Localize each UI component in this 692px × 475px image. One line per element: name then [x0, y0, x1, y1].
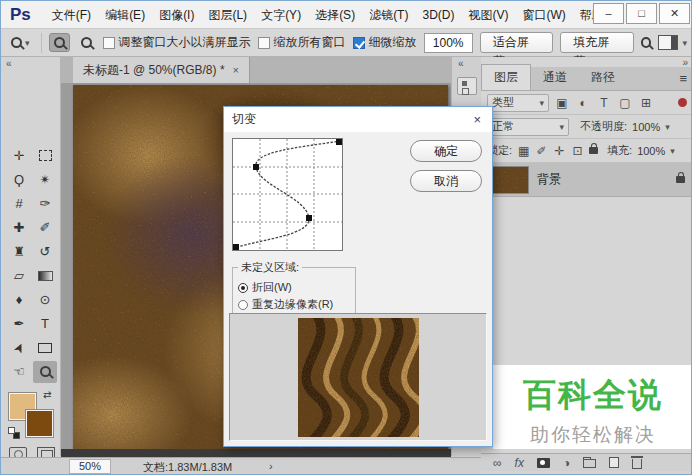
shape-tool[interactable] [33, 337, 57, 359]
collapse-tools-icon[interactable]: « [1, 57, 60, 69]
maximize-button[interactable]: □ [626, 3, 657, 24]
fill-screen-button[interactable]: 填充屏幕 [560, 32, 633, 53]
filter-kind-select[interactable]: 类型▾ [487, 94, 549, 112]
filter-toggle-icon[interactable] [678, 98, 687, 107]
minimize-button[interactable]: – [593, 3, 624, 24]
shear-curve-editor[interactable] [232, 138, 343, 251]
adjustment-layer-icon[interactable]: ◑ [563, 456, 570, 470]
filter-shape-icon[interactable]: ▢ [617, 96, 633, 110]
chevron-down-icon[interactable]: ▾ [665, 122, 670, 132]
lasso-tool[interactable]: Ϙ [7, 169, 31, 191]
menu-select[interactable]: 选择(S) [308, 1, 362, 29]
lock-position-icon[interactable]: ✛ [553, 144, 566, 158]
scrubby-zoom-option[interactable]: 细微缩放 [353, 34, 417, 51]
menu-filter[interactable]: 滤镜(T) [362, 1, 415, 29]
zoom-all-option[interactable]: 缩放所有窗口 [258, 34, 346, 51]
menu-type[interactable]: 文字(Y) [254, 1, 308, 29]
fill-value[interactable]: 100% [637, 145, 665, 157]
search-icon[interactable] [641, 37, 652, 48]
lock-pixels-icon[interactable]: ✐ [535, 144, 548, 158]
close-button[interactable]: ✕ [659, 3, 690, 24]
wrap-around-option[interactable]: 折回(W) [238, 280, 350, 295]
status-zoom-field[interactable]: 50% [69, 459, 111, 474]
marquee-tool[interactable] [33, 145, 57, 167]
dialog-close-icon[interactable]: × [470, 112, 484, 127]
undefined-areas-group: 未定义区域: 折回(W) 重复边缘像素(R) [232, 260, 356, 318]
swatches-panel-icon[interactable] [457, 77, 477, 95]
tab-channels[interactable]: 通道 [531, 65, 579, 90]
background-color-swatch[interactable] [26, 410, 53, 437]
menu-layer[interactable]: 图层(L) [201, 1, 254, 29]
layer-thumbnail[interactable] [489, 166, 529, 194]
blend-mode-select[interactable]: 正常▾ [487, 118, 569, 136]
path-selection-tool[interactable]: ➤ [7, 337, 31, 359]
tab-close-icon[interactable]: × [233, 64, 239, 76]
new-layer-icon[interactable] [609, 457, 619, 468]
scrubby-zoom-checkbox[interactable] [353, 37, 365, 49]
dodge-tool[interactable]: ⊙ [33, 289, 57, 311]
panel-menu-icon[interactable]: ≡ [679, 71, 687, 86]
lock-artboard-icon[interactable]: ⊡ [571, 144, 584, 158]
workspace-switcher[interactable]: ▾ [658, 35, 687, 50]
menu-3d[interactable]: 3D(D) [415, 1, 461, 29]
zoom-out-button[interactable] [77, 34, 96, 51]
crop-tool[interactable]: # [7, 193, 31, 215]
move-tool[interactable]: ✛ [7, 145, 31, 167]
menu-view[interactable]: 视图(V) [461, 1, 515, 29]
tab-layers[interactable]: 图层 [481, 64, 531, 90]
menu-window[interactable]: 窗口(W) [515, 1, 572, 29]
layer-name[interactable]: 背景 [537, 171, 561, 188]
collapse-dock-icon[interactable]: « [452, 57, 481, 73]
dialog-title-bar[interactable]: 切变 × [224, 107, 492, 132]
healing-brush-tool[interactable]: ✚ [7, 217, 31, 239]
repeat-edge-radio[interactable] [238, 300, 248, 310]
gradient-tool[interactable] [33, 265, 57, 287]
status-chevron-icon[interactable]: › [269, 460, 273, 472]
zoom-tool-preset[interactable]: ▾ [7, 34, 34, 51]
add-mask-icon[interactable] [537, 458, 550, 468]
tab-paths[interactable]: 路径 [579, 65, 627, 90]
zoom-value-field[interactable]: 100% [424, 33, 473, 53]
swap-colors-icon[interactable]: ⇄ [43, 389, 51, 400]
history-brush-tool[interactable]: ↺ [33, 241, 57, 263]
delete-layer-icon[interactable] [632, 459, 642, 469]
document-tab[interactable]: 未标题-1 @ 50%(RGB/8) * × [73, 57, 250, 83]
clone-stamp-tool[interactable]: ♜ [7, 241, 31, 263]
eyedropper-tool[interactable]: ✑ [33, 193, 57, 215]
lock-all-icon[interactable] [589, 147, 598, 154]
opacity-value[interactable]: 100% [632, 121, 660, 133]
ok-button[interactable]: 确定 [410, 140, 482, 162]
menu-image[interactable]: 图像(I) [152, 1, 201, 29]
fit-screen-button[interactable]: 适合屏幕 [480, 32, 553, 53]
link-layers-icon[interactable]: ∞ [493, 456, 502, 470]
pen-tool[interactable]: ✒ [7, 313, 31, 335]
lock-transparency-icon[interactable]: ▦ [517, 144, 530, 158]
cancel-button[interactable]: 取消 [410, 170, 482, 192]
new-group-icon[interactable] [583, 459, 596, 468]
resize-windows-option[interactable]: 调整窗口大小以满屏显示 [103, 34, 251, 51]
horizontal-scrollbar[interactable] [61, 449, 451, 457]
resize-windows-checkbox[interactable] [103, 37, 115, 49]
magic-wand-tool[interactable]: ✴ [33, 169, 57, 191]
zoom-tool[interactable] [33, 361, 57, 383]
filter-pixel-icon[interactable]: ▣ [554, 96, 570, 110]
zoom-all-checkbox[interactable] [258, 37, 270, 49]
fill-label: 填充: [607, 143, 632, 158]
eraser-tool[interactable]: ▱ [7, 265, 31, 287]
layer-row-background[interactable]: 背景 [481, 163, 692, 197]
menu-file[interactable]: 文件(F) [45, 1, 98, 29]
wrap-around-radio[interactable] [238, 283, 248, 293]
menu-edit[interactable]: 编辑(E) [98, 1, 152, 29]
default-colors-icon[interactable] [8, 427, 20, 439]
brush-tool[interactable]: ✐ [33, 217, 57, 239]
type-tool[interactable]: T [33, 313, 57, 335]
chevron-down-icon[interactable]: ▾ [670, 146, 675, 156]
options-bar: ▾ 调整窗口大小以满屏显示 缩放所有窗口 细微缩放 100% 适合屏幕 填充屏幕… [1, 29, 692, 57]
filter-smart-object-icon[interactable]: ⊞ [638, 96, 654, 110]
blur-tool[interactable]: ♦ [7, 289, 31, 311]
filter-adjustment-icon[interactable]: ◐ [575, 96, 591, 110]
layer-style-icon[interactable]: fx [515, 456, 524, 470]
zoom-in-button[interactable] [49, 33, 70, 52]
filter-type-icon[interactable]: T [596, 96, 612, 110]
repeat-edge-option[interactable]: 重复边缘像素(R) [238, 297, 350, 312]
